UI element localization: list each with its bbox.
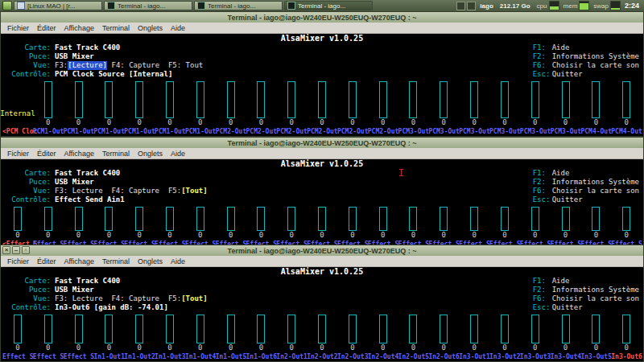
volume-bar — [44, 81, 52, 118]
help-text: Aide — [552, 43, 570, 51]
volume-bar-zone — [428, 204, 459, 231]
volume-bar — [196, 81, 204, 118]
control-value: In3-Out6 [gain dB: -74.01] — [55, 303, 168, 312]
menu-aide[interactable]: Aide — [167, 150, 189, 158]
taskbar-button-terminal-1[interactable]: Terminal - iago... — [104, 1, 192, 10]
channel-value: 0 — [64, 118, 94, 127]
volume-bar-zone — [580, 79, 611, 118]
volume-bar — [75, 207, 83, 231]
titlebar[interactable]: × – ▫ Terminal - iago@iago-W240EU-W250EU… — [1, 245, 643, 256]
tray-icon[interactable] — [456, 2, 465, 10]
card-label: Carte: — [1, 43, 55, 52]
help-text: Informations Système — [552, 286, 639, 294]
volume-bar-zone — [551, 312, 581, 343]
channel-value: 0 — [276, 343, 307, 352]
menu-fichier[interactable]: Fichier — [3, 150, 33, 158]
channel-value: 0 — [489, 118, 520, 127]
terminal-content[interactable]: AlsaMixer v1.0.25 Carte:Fast Track C400 … — [1, 159, 643, 249]
view-selected: [Tout] — [181, 294, 208, 303]
menu-affichage[interactable]: Affichage — [60, 150, 98, 158]
control-value: Effect Send Ain1 — [55, 195, 125, 204]
view-label: Vue: — [1, 187, 55, 195]
maximize-button[interactable]: ▫ — [22, 246, 30, 254]
volume-bar — [470, 315, 478, 343]
menu-terminal[interactable]: Terminal — [98, 150, 134, 158]
channel-value: 0 — [93, 231, 124, 240]
menu-fichier[interactable]: Fichier — [3, 257, 33, 265]
channel-value: 0 — [2, 231, 33, 240]
terminal-content[interactable]: AlsaMixer v1.0.25 Carte:Fast Track C400 … — [1, 34, 643, 136]
chip-label: Puce: — [1, 286, 55, 294]
minimize-button[interactable]: – — [12, 246, 20, 254]
taskbar-button-terminal-3[interactable]: Terminal - iago... — [284, 1, 373, 10]
titlebar[interactable]: Terminal - iago@iago-W240EU-W250EUQ-W270… — [1, 12, 643, 23]
menu-affichage[interactable]: Affichage — [60, 257, 98, 265]
menu-editer[interactable]: Éditer — [33, 150, 60, 158]
menu-fichier[interactable]: Fichier — [3, 24, 33, 32]
taskbar-button-label: Terminal - iago... — [298, 2, 345, 10]
menu-aide[interactable]: Aide — [167, 24, 189, 32]
volume-bar — [409, 81, 417, 118]
mixer-channel: 0 Effect S — [276, 204, 307, 249]
channel-value: 0 — [520, 118, 551, 127]
volume-bar — [349, 207, 357, 231]
volume-bar — [166, 207, 174, 231]
menu-terminal[interactable]: Terminal — [98, 257, 134, 265]
menu-aide[interactable]: Aide — [167, 257, 189, 265]
help-key: F6: — [533, 294, 552, 303]
channel-label: PCM3-Out — [428, 127, 459, 136]
volume-bar-zone — [246, 312, 277, 343]
menu-affichage[interactable]: Affichage — [60, 24, 98, 32]
taskbar-button-terminal-2[interactable]: Terminal - iago... — [194, 1, 283, 10]
close-button[interactable]: × — [2, 246, 10, 254]
channel-label: PCM4-Out — [580, 127, 611, 136]
titlebar[interactable]: Terminal - iago@iago-W240EU-W250EUQ-W270… — [1, 138, 643, 148]
mixer-channel: 0 In3-Out2 — [489, 312, 520, 361]
help-key: Esc: — [533, 70, 552, 79]
mixer-channel: 0 In3-Out4 — [551, 312, 581, 361]
volume-bar-zone — [489, 312, 520, 343]
menu-onglets[interactable]: Onglets — [134, 150, 167, 158]
channel-label: In1-Out5 — [216, 352, 246, 361]
volume-bar — [501, 207, 509, 231]
mixer-channel: 0 PCM3-Out — [489, 79, 520, 136]
swap-monitor-graph — [610, 1, 621, 10]
taskbar-button-linuxmao[interactable]: [Linux MAO | [r... — [14, 1, 102, 10]
mixer-channel: 0 PCM3-Out — [520, 79, 551, 136]
volume-bar — [257, 81, 265, 118]
channel-value: 0 — [155, 343, 185, 352]
channel-label: PCM2-Out — [337, 127, 368, 136]
mixer-channel: 0 PCM2-Out — [276, 79, 307, 136]
mixer-channel: 0 PCM1-Out — [124, 79, 155, 136]
volume-bar-zone — [33, 79, 64, 118]
channel-label: PCM2-Out — [307, 127, 337, 136]
menu-editer[interactable]: Éditer — [33, 24, 60, 32]
channel-label: PCM3-Out — [551, 127, 581, 136]
tray-icon[interactable] — [467, 2, 476, 10]
menu-editer[interactable]: Éditer — [33, 257, 60, 265]
menubar: Fichier Éditer Affichage Terminal Onglet… — [1, 256, 643, 267]
mixer-channel: 0 In1-Out2 — [124, 312, 155, 361]
help-panel: F1:Aide F2:Informations Système F6:Chois… — [533, 277, 639, 312]
channel-label: <PCM Cloc — [2, 127, 33, 136]
channel-value: 0 — [611, 343, 642, 352]
channel-label: In1-Out6 — [246, 352, 277, 361]
volume-bar — [379, 315, 387, 343]
volume-bar — [105, 207, 113, 231]
applications-menu-icon[interactable] — [2, 1, 12, 10]
control-label: Contrôle: — [1, 303, 55, 312]
volume-bar-zone — [64, 79, 94, 118]
volume-bar-zone — [368, 204, 398, 231]
mixer-channel: 0 Effect S — [33, 204, 64, 249]
menu-terminal[interactable]: Terminal — [98, 24, 134, 32]
terminal-content[interactable]: AlsaMixer v1.0.25 Carte:Fast Track C400 … — [1, 267, 643, 361]
chip-label: Puce: — [1, 52, 55, 61]
menu-onglets[interactable]: Onglets — [134, 24, 167, 32]
channel-label: PCM2-Out — [368, 127, 398, 136]
volume-bar-zone — [428, 312, 459, 343]
clock[interactable]: 2:24 — [622, 2, 642, 10]
user-label: iago — [477, 2, 495, 10]
menu-onglets[interactable]: Onglets — [134, 257, 167, 265]
control-value: PCM Clock Source [Internal] — [55, 70, 172, 79]
volume-bar — [135, 207, 143, 231]
